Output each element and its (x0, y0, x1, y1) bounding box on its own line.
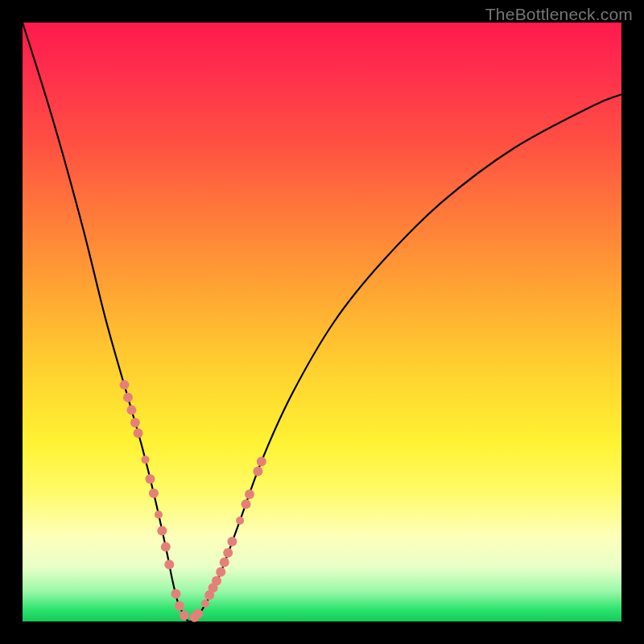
highlight-dot (212, 576, 221, 585)
highlight-dot (236, 517, 244, 525)
highlight-dot (142, 456, 150, 464)
highlight-dot (171, 589, 180, 599)
highlight-dot (193, 609, 203, 618)
highlight-dot (216, 567, 225, 576)
highlight-dot (242, 499, 251, 509)
highlight-dot (145, 474, 155, 484)
highlight-dot (164, 559, 174, 569)
highlight-dot (123, 393, 133, 402)
highlight-dot (257, 456, 266, 466)
highlight-dot (126, 405, 136, 415)
highlight-dot (175, 601, 184, 611)
chart-area (23, 23, 621, 621)
highlight-dot (227, 537, 237, 547)
highlight-dot (201, 600, 209, 608)
highlight-dot (155, 510, 163, 518)
highlight-dot (149, 489, 159, 498)
highlight-dot (119, 380, 129, 390)
curve-svg (23, 23, 621, 621)
highlight-dot (157, 526, 167, 535)
watermark-text: TheBottleneck.com (485, 5, 633, 24)
highlight-dot (161, 542, 171, 551)
highlight-dot (223, 548, 233, 558)
highlight-dot (180, 611, 189, 621)
bottleneck-curve (23, 23, 621, 621)
highlight-dot (253, 466, 262, 476)
highlight-dot (130, 418, 140, 427)
highlight-dot (220, 558, 229, 568)
highlight-dots-group (119, 380, 266, 622)
highlight-dot (134, 428, 143, 438)
highlight-dot (245, 489, 254, 499)
